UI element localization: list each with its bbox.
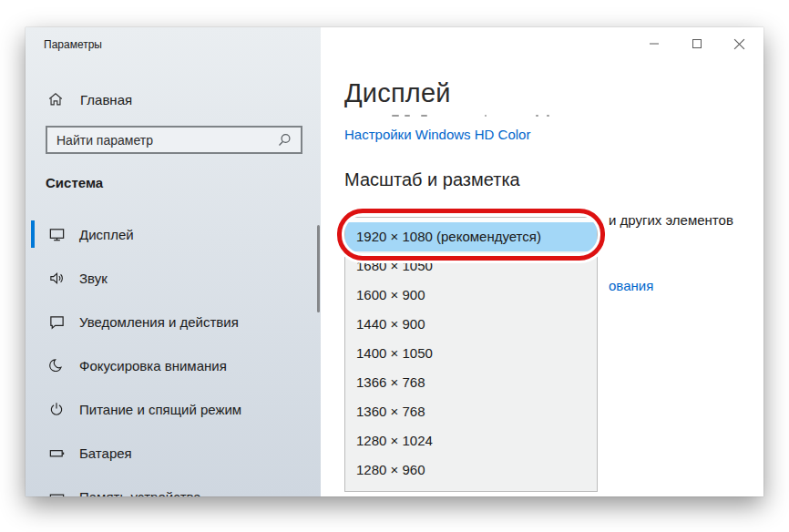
power-icon <box>47 401 66 417</box>
resolution-option[interactable]: 1440 × 900 <box>345 310 597 339</box>
window-controls <box>632 27 761 60</box>
maximize-icon <box>692 38 702 49</box>
sidebar: Параметры Главная Найти параметр Система <box>26 27 321 496</box>
storage-icon <box>47 488 66 497</box>
sidebar-item-sound[interactable]: Звук <box>26 256 321 300</box>
search-input[interactable]: Найти параметр <box>46 126 302 154</box>
resolution-option-selected[interactable]: 1920 × 1080 (рекомендуется) <box>345 222 597 251</box>
sidebar-item-label: Дисплей <box>79 227 134 242</box>
page-title: Дисплей <box>344 78 451 108</box>
resolution-option[interactable]: 1600 × 900 <box>345 281 597 310</box>
minimize-icon <box>649 38 660 49</box>
advanced-scaling-link-fragment[interactable]: ования <box>609 278 653 293</box>
sidebar-item-label: Уведомления и действия <box>79 314 239 330</box>
sound-icon <box>47 270 66 287</box>
settings-window: Параметры Главная Найти параметр Система <box>26 27 763 496</box>
battery-icon <box>47 445 66 462</box>
resolution-option[interactable]: 1280 × 960 <box>345 455 597 485</box>
sidebar-item-home[interactable]: Главная <box>26 82 321 117</box>
focus-assist-icon <box>47 357 66 373</box>
sidebar-item-display[interactable]: Дисплей <box>26 212 321 256</box>
search-placeholder: Найти параметр <box>56 133 277 148</box>
scale-label-fragment: и других элементов <box>609 212 733 228</box>
search-icon <box>277 132 292 148</box>
main-content: Дисплей Настройки Windows HD Color Масшт… <box>321 27 763 496</box>
resolution-option[interactable]: 1360 × 768 <box>345 397 597 426</box>
sidebar-item-label: Питание и спящий режим <box>79 402 241 417</box>
sidebar-section-title: Система <box>46 175 103 190</box>
minimize-button[interactable] <box>632 27 675 60</box>
sidebar-item-storage[interactable]: Память устройства <box>26 475 321 496</box>
sidebar-item-notifications[interactable]: Уведомления и действия <box>26 300 321 343</box>
close-icon <box>733 38 745 50</box>
resolution-option[interactable]: 1366 × 768 <box>345 368 597 397</box>
resolution-dropdown-list: 1920 × 1080 (рекомендуется) 1680 × 1050 … <box>344 217 598 492</box>
resolution-option[interactable]: 1400 × 1050 <box>345 339 597 368</box>
sidebar-item-label: Батарея <box>79 445 132 461</box>
home-label: Главная <box>80 92 132 107</box>
maximize-button[interactable] <box>675 27 718 60</box>
sidebar-item-label: Память устройства <box>79 489 201 497</box>
window-title: Параметры <box>44 38 102 51</box>
sidebar-item-label: Звук <box>79 271 108 286</box>
resolution-option[interactable]: 1280 × 1024 <box>345 426 597 455</box>
sidebar-item-battery[interactable]: Батарея <box>26 431 321 475</box>
sidebar-scrollbar[interactable] <box>317 225 320 312</box>
resolution-option[interactable]: 1680 × 1050 <box>345 251 597 281</box>
sidebar-nav: Дисплей Звук Уведомлен <box>26 212 321 496</box>
hd-color-settings-link[interactable]: Настройки Windows HD Color <box>344 127 530 142</box>
scale-layout-heading: Масштаб и разметка <box>344 169 520 190</box>
display-icon <box>47 226 66 243</box>
home-icon <box>47 91 64 107</box>
notifications-icon <box>47 313 66 331</box>
sidebar-item-label: Фокусировка внимания <box>79 358 227 373</box>
sidebar-item-power-sleep[interactable]: Питание и спящий режим <box>26 387 321 431</box>
close-button[interactable] <box>718 27 761 60</box>
sidebar-item-focus-assist[interactable]: Фокусировка внимания <box>26 343 321 387</box>
